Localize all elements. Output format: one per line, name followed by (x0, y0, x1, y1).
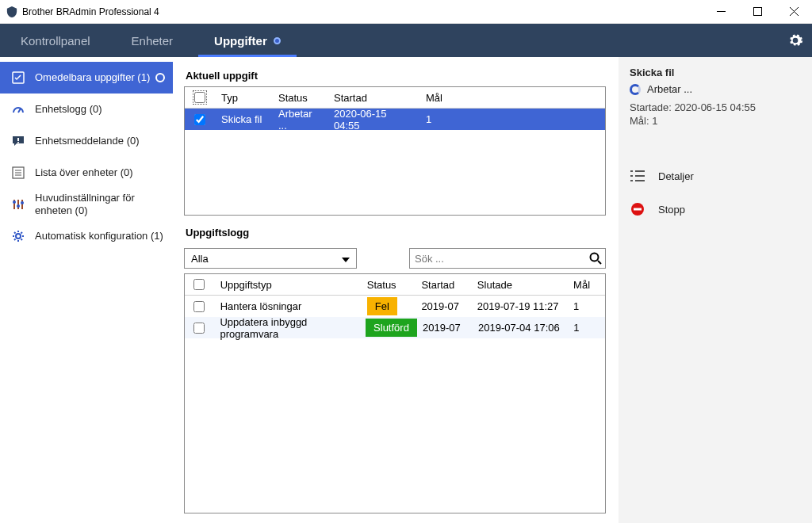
svg-point-7 (21, 201, 24, 204)
log-row-type: Hantera lösningar (214, 300, 361, 312)
nav-tab-label: Kontrollpanel (21, 34, 90, 48)
task-log-header-row: Uppgiftstyp Status Startad Slutade Mål (185, 274, 605, 296)
task-log-title: Uppgiftslogg (186, 227, 606, 239)
settings-button[interactable] (779, 24, 812, 57)
current-task-row-type: Skicka fil (215, 113, 272, 125)
sidebar-item-device-message[interactable]: Enhetsmeddelande (0) (0, 125, 173, 157)
col-started[interactable]: Startad (327, 92, 419, 104)
sidebar-item-device-log[interactable]: Enhetslogg (0) (0, 94, 173, 125)
tasks-activity-indicator-icon (274, 37, 281, 44)
current-task-row-started: 2020-06-15 04:55 (327, 108, 419, 132)
sidebar-item-auto-config[interactable]: Automatisk konfiguration (1) (0, 220, 173, 252)
app-logo-icon (6, 6, 17, 17)
col-target[interactable]: Mål (567, 279, 605, 291)
sliders-icon (11, 197, 25, 212)
log-search-wrap (409, 248, 606, 269)
task-log-row[interactable]: Hantera lösningar Fel 2019-07 2019-07-19… (185, 296, 605, 317)
col-status[interactable]: Status (272, 92, 327, 104)
current-task-header-row: Typ Status Startad Mål (185, 87, 605, 109)
log-row-ended: 2019-07-04 17:06 (472, 322, 567, 334)
log-row-started: 2019-07 (416, 322, 472, 334)
nav-tab-tasks[interactable]: Uppgifter (193, 24, 301, 57)
list-icon (11, 166, 25, 180)
log-row-type: Uppdatera inbyggd programvara (213, 316, 359, 340)
log-row-checkbox[interactable] (193, 301, 205, 312)
top-nav: Kontrollpanel Enheter Uppgifter (0, 24, 812, 57)
log-row-started: 2019-07 (415, 300, 470, 312)
stop-icon (630, 201, 645, 217)
spinner-icon (630, 84, 641, 95)
current-task-row-checkbox[interactable] (194, 114, 205, 125)
main-content: Aktuell uppgift Typ Status Startad Mål S… (173, 57, 619, 523)
current-task-title: Aktuell uppgift (186, 70, 606, 82)
gauge-icon (11, 102, 25, 116)
sidebar-item-label: Automatisk konfiguration (1) (35, 230, 165, 242)
sidebar-item-main-settings[interactable]: Huvudinställningar för enheten (0) (0, 189, 173, 220)
info-working-row: Arbetar ... (630, 83, 801, 95)
col-target[interactable]: Mål (419, 92, 605, 104)
task-icon (11, 71, 25, 85)
log-row-target: 1 (567, 322, 605, 334)
col-tasktype[interactable]: Uppgiftstyp (214, 279, 361, 291)
svg-rect-0 (753, 8, 761, 16)
sidebar-item-label: Enhetslogg (0) (35, 103, 165, 116)
col-status[interactable]: Status (361, 279, 416, 291)
stop-label: Stopp (658, 204, 685, 216)
window-maximize-button[interactable] (739, 0, 776, 23)
sidebar-item-label: Lista över enheter (0) (35, 166, 165, 179)
sidebar-item-instant-tasks[interactable]: Omedelbara uppgifter (1) (0, 62, 173, 94)
nav-tab-devices[interactable]: Enheter (111, 24, 194, 57)
window-buttons (703, 0, 812, 23)
log-row-ended: 2019-07-19 11:27 (471, 300, 567, 312)
nav-tab-label: Enheter (132, 34, 174, 48)
sidebar: Omedelbara uppgifter (1) Enhetslogg (0) … (0, 57, 173, 523)
search-button[interactable] (586, 252, 605, 265)
task-log-row[interactable]: Uppdatera inbyggd programvara Slutförd 2… (185, 317, 605, 338)
current-task-table: Typ Status Startad Mål Skicka fil Arbeta… (184, 86, 606, 216)
col-started[interactable]: Startad (415, 279, 470, 291)
svg-rect-3 (17, 142, 19, 143)
info-target: Mål: 1 (630, 115, 801, 127)
svg-rect-11 (634, 208, 642, 211)
current-task-row-target: 1 (419, 113, 605, 125)
window-close-button[interactable] (776, 0, 812, 23)
info-title: Skicka fil (630, 67, 801, 78)
log-filter-combo[interactable]: Alla (184, 248, 357, 269)
log-row-target: 1 (567, 300, 605, 312)
log-search-input[interactable] (415, 253, 586, 265)
current-task-row[interactable]: Skicka fil Arbetar ... 2020-06-15 04:55 … (185, 109, 605, 130)
svg-point-9 (591, 254, 599, 262)
details-button[interactable]: Detaljer (630, 168, 801, 184)
svg-point-6 (17, 204, 20, 208)
sidebar-item-label: Omedelbara uppgifter (1) (35, 71, 155, 84)
sidebar-item-label: Huvudinställningar för enheten (0) (35, 192, 165, 216)
svg-point-8 (16, 234, 21, 239)
sidebar-item-label: Enhetsmeddelande (0) (35, 135, 165, 147)
info-working-text: Arbetar ... (647, 83, 692, 95)
log-row-status: Slutförd (366, 319, 417, 337)
nav-tab-dashboard[interactable]: Kontrollpanel (0, 24, 111, 57)
details-label: Detaljer (658, 170, 694, 182)
info-started: Startade: 2020-06-15 04:55 (630, 101, 801, 113)
details-icon (630, 168, 645, 184)
stop-button[interactable]: Stopp (630, 201, 801, 217)
info-panel: Skicka fil Arbetar ... Startade: 2020-06… (619, 57, 812, 523)
log-filter-value: Alla (191, 253, 209, 265)
search-icon (589, 252, 602, 265)
sidebar-item-device-list[interactable]: Lista över enheter (0) (0, 157, 173, 189)
log-select-all-checkbox[interactable] (193, 279, 205, 290)
title-bar: Brother BRAdmin Professional 4 (0, 0, 812, 24)
current-task-select-all-checkbox[interactable] (194, 92, 205, 103)
sidebar-item-radio-icon (155, 73, 165, 82)
log-row-checkbox[interactable] (193, 323, 205, 334)
col-ended[interactable]: Slutade (471, 279, 567, 291)
svg-rect-2 (17, 138, 19, 141)
gear-small-icon (11, 229, 25, 243)
window-title: Brother BRAdmin Professional 4 (22, 6, 703, 17)
chevron-down-icon (342, 253, 350, 265)
window-minimize-button[interactable] (703, 0, 739, 23)
svg-point-5 (13, 200, 16, 204)
log-row-status: Fel (367, 297, 397, 315)
nav-tab-label: Uppgifter (214, 34, 267, 48)
col-type[interactable]: Typ (215, 92, 272, 104)
